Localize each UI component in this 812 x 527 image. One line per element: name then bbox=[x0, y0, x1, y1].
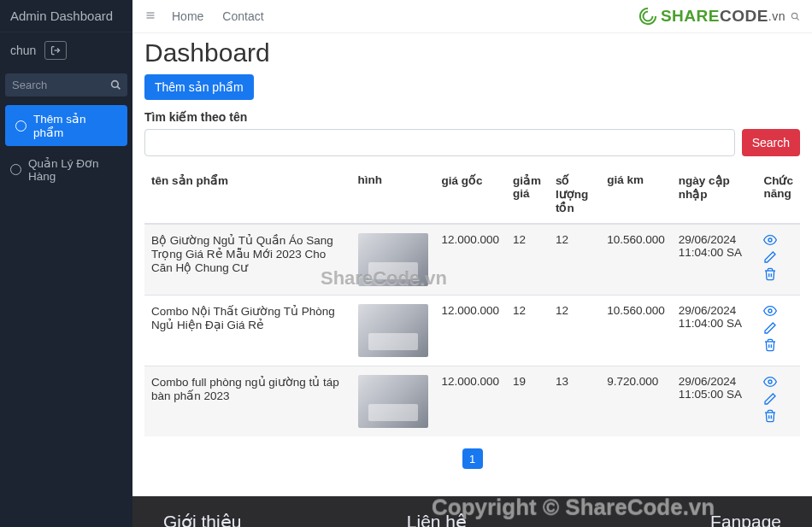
cell-actions bbox=[756, 296, 800, 366]
eye-icon bbox=[763, 233, 777, 247]
edit-icon bbox=[763, 392, 777, 406]
search-label: Tìm kiếm theo tên bbox=[144, 110, 800, 124]
hamburger-icon bbox=[144, 10, 156, 20]
th-stock: số lượng tồn bbox=[549, 165, 600, 224]
page-1[interactable]: 1 bbox=[462, 448, 483, 469]
svg-point-6 bbox=[791, 13, 797, 18]
cell-km: 10.560.000 bbox=[600, 224, 672, 296]
delete-button[interactable] bbox=[763, 267, 777, 281]
cell-price: 12.000.000 bbox=[435, 296, 507, 366]
user-row: chun bbox=[0, 32, 132, 68]
menu-toggle[interactable] bbox=[144, 9, 156, 23]
svg-point-8 bbox=[768, 238, 772, 242]
circle-icon bbox=[15, 120, 26, 132]
edit-icon bbox=[763, 321, 777, 335]
th-img: hình bbox=[351, 165, 435, 224]
trash-icon bbox=[763, 409, 777, 423]
cell-name: Bộ Giường Ngủ Tủ Quần Áo Sang Trọng Giá … bbox=[144, 224, 351, 296]
th-name: tên sản phẩm bbox=[144, 165, 351, 224]
table-row: Combo full phòng ngủ giường tủ táp bàn p… bbox=[144, 366, 800, 437]
product-thumbnail bbox=[358, 375, 428, 428]
brand-icon bbox=[638, 7, 657, 26]
cell-price: 12.000.000 bbox=[435, 366, 507, 437]
cell-km: 10.560.000 bbox=[600, 296, 672, 366]
svg-line-7 bbox=[797, 18, 799, 20]
eye-icon bbox=[763, 375, 777, 389]
delete-button[interactable] bbox=[763, 338, 777, 352]
sidebar-item-label: Thêm sản phẩm bbox=[33, 112, 117, 139]
sidebar-item-add-product[interactable]: Thêm sản phẩm bbox=[5, 105, 127, 146]
cell-img bbox=[351, 296, 435, 366]
cell-img bbox=[351, 366, 435, 437]
svg-point-1 bbox=[111, 81, 118, 88]
trash-icon bbox=[763, 267, 777, 281]
product-thumbnail bbox=[358, 304, 428, 357]
cell-date: 29/06/2024 11:04:00 SA bbox=[672, 296, 757, 366]
sidebar-search-button[interactable] bbox=[103, 73, 127, 97]
edit-button[interactable] bbox=[763, 250, 777, 264]
cell-price: 12.000.000 bbox=[435, 224, 507, 296]
sidebar-search-input[interactable] bbox=[5, 73, 103, 97]
cell-name: Combo full phòng ngủ giường tủ táp bàn p… bbox=[144, 366, 351, 437]
cell-discount: 12 bbox=[506, 224, 549, 296]
view-button[interactable] bbox=[763, 233, 777, 247]
logout-button[interactable] bbox=[44, 41, 67, 60]
cell-stock: 13 bbox=[549, 366, 600, 437]
cell-km: 9.720.000 bbox=[600, 366, 672, 437]
cell-discount: 12 bbox=[506, 296, 549, 366]
product-search-button[interactable]: Search bbox=[742, 129, 800, 156]
cell-stock: 12 bbox=[549, 296, 600, 366]
svg-point-10 bbox=[768, 380, 772, 384]
cell-actions bbox=[756, 366, 800, 437]
cell-date: 29/06/2024 11:05:00 SA bbox=[672, 366, 757, 437]
cell-name: Combo Nội Thất Giường Tủ Phòng Ngủ Hiện … bbox=[144, 296, 351, 366]
page-title: Dashboard bbox=[144, 38, 800, 67]
cell-date: 29/06/2024 11:04:00 SA bbox=[672, 224, 757, 296]
topbar-search[interactable] bbox=[791, 7, 800, 26]
username: chun bbox=[10, 44, 36, 57]
circle-icon bbox=[10, 164, 21, 175]
pagination: 1 bbox=[144, 448, 800, 469]
edit-icon bbox=[763, 250, 777, 264]
sidebar-title: Admin Dashboard bbox=[0, 0, 132, 32]
sidebar-item-label: Quản Lý Đơn Hàng bbox=[28, 156, 122, 183]
product-thumbnail bbox=[358, 233, 428, 286]
cell-stock: 12 bbox=[549, 224, 600, 296]
add-product-button[interactable]: Thêm sản phẩm bbox=[144, 74, 254, 100]
eye-icon bbox=[763, 304, 777, 318]
th-action: Chức năng bbox=[756, 165, 800, 224]
products-table: tên sản phẩm hình giá gốc giảm giá số lư… bbox=[144, 165, 800, 436]
th-price: giá gốc bbox=[435, 165, 507, 224]
footer-fanpage-title: Fanpage bbox=[702, 512, 781, 527]
trash-icon bbox=[763, 338, 777, 352]
footer-about-title: Giới thiệu bbox=[163, 512, 373, 527]
search-icon bbox=[791, 12, 800, 21]
table-row: Combo Nội Thất Giường Tủ Phòng Ngủ Hiện … bbox=[144, 296, 800, 366]
edit-button[interactable] bbox=[763, 321, 777, 335]
topbar: Home Contact SHARECODE.vn bbox=[132, 0, 812, 33]
brand-logo: SHARECODE.vn bbox=[638, 7, 800, 26]
svg-line-2 bbox=[117, 86, 120, 89]
nav-contact[interactable]: Contact bbox=[222, 9, 263, 23]
svg-point-9 bbox=[768, 309, 772, 313]
view-button[interactable] bbox=[763, 304, 777, 318]
footer-contact-title: Liên hệ bbox=[407, 512, 668, 527]
view-button[interactable] bbox=[763, 375, 777, 389]
th-km: giá km bbox=[600, 165, 672, 224]
cell-img bbox=[351, 224, 435, 296]
th-date: ngày cập nhập bbox=[672, 165, 757, 224]
product-search-input[interactable] bbox=[144, 129, 735, 156]
sidebar: Admin Dashboard chun Thêm sản phẩm Quản … bbox=[0, 0, 132, 527]
sidebar-item-manage-orders[interactable]: Quản Lý Đơn Hàng bbox=[0, 149, 132, 190]
cell-actions bbox=[756, 224, 800, 296]
footer: Giới thiệu Website mua bán sửa chữa đồ g… bbox=[132, 496, 812, 527]
logout-icon bbox=[50, 45, 62, 56]
sidebar-menu: Thêm sản phẩm Quản Lý Đơn Hàng bbox=[0, 105, 132, 190]
nav-home[interactable]: Home bbox=[172, 9, 203, 23]
cell-discount: 19 bbox=[506, 366, 549, 437]
table-row: Bộ Giường Ngủ Tủ Quần Áo Sang Trọng Giá … bbox=[144, 224, 800, 296]
search-icon bbox=[110, 79, 121, 91]
delete-button[interactable] bbox=[763, 409, 777, 423]
edit-button[interactable] bbox=[763, 392, 777, 406]
th-discount: giảm giá bbox=[506, 165, 549, 224]
